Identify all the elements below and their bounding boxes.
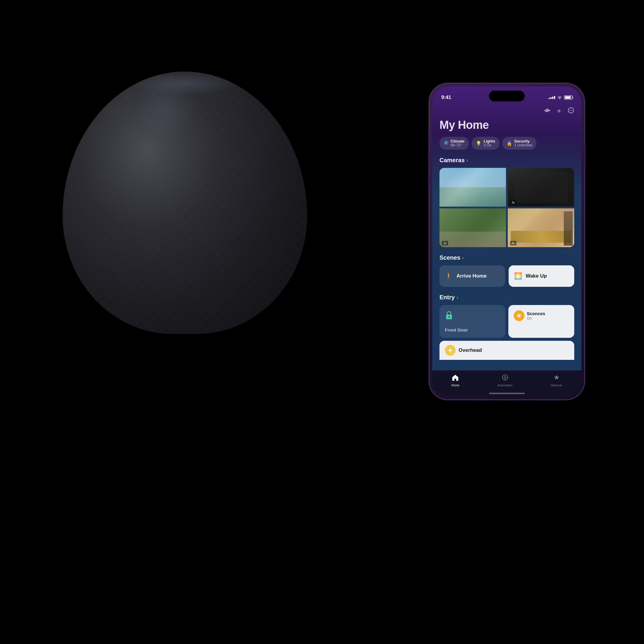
arrive-home-label: Arrive Home [456,273,487,279]
app-content: My Home [432,119,581,373]
svg-rect-0 [544,110,545,111]
discover-tab-label: Discover [551,384,562,387]
homepod [36,54,334,352]
automation-tab-label: Automation [498,384,513,387]
cameras-grid: 3s 1s 4s [439,168,574,247]
scenes-section-header[interactable]: Scenes › [439,254,574,261]
volume-down-button[interactable] [428,172,429,190]
entry-arrow: › [456,295,458,300]
climate-pill-content: Climate 68–72° [451,139,465,147]
homepod-body [63,72,307,334]
battery-fill [565,96,571,99]
climate-icon [444,140,448,146]
cam-garage-floor [514,172,567,203]
overhead-row: Overhead [439,341,574,360]
page-title: My Home [439,119,574,131]
wifi-icon [557,95,562,100]
svg-point-19 [448,316,450,318]
iphone-screen: 9:41 [432,86,581,397]
front-door-card[interactable]: Front Door [439,305,505,338]
sconces-header: Sconces On [514,310,569,321]
svg-rect-3 [548,109,549,112]
tab-automation[interactable]: Automation [498,374,513,387]
entry-section-header[interactable]: Entry › [439,294,574,301]
wake-up-button[interactable]: 🌅 Wake Up [509,265,574,287]
add-button[interactable]: + [557,107,561,115]
svg-rect-1 [546,109,547,112]
cam-ground [439,187,506,207]
climate-value: 68–72° [451,143,465,147]
svg-rect-4 [549,110,550,111]
security-icon: 🔒 [507,141,512,146]
mute-button[interactable] [428,131,429,143]
lights-icon: 💡 [476,141,482,146]
tab-home[interactable]: Home [451,374,459,387]
cam-driveway-timestamp: 1s [442,241,448,245]
svg-line-14 [445,141,445,142]
cameras-label: Cameras [439,157,465,164]
status-icons [549,95,572,100]
svg-rect-2 [547,109,548,112]
status-pills: Climate 68–72° 💡 Lights 3 On 🔒 [439,137,574,150]
overhead-label: Overhead [459,347,482,353]
svg-point-6 [569,110,570,110]
more-button[interactable] [568,107,574,115]
wake-up-label: Wake Up [526,273,547,279]
discover-tab-icon [553,374,560,383]
dynamic-island [489,91,525,101]
sconces-card[interactable]: Sconces On [508,305,574,338]
automation-tab-icon [502,374,508,383]
signal-bar-2 [550,97,552,99]
svg-point-20 [518,315,520,317]
signal-bar-4 [554,96,555,99]
camera-garage[interactable]: 3s [508,168,574,207]
svg-point-35 [504,377,506,378]
tab-discover[interactable]: Discover [551,374,562,387]
wake-up-icon: 🌅 [514,272,522,280]
svg-line-25 [517,314,518,315]
svg-line-27 [520,314,521,315]
security-pill[interactable]: 🔒 Security 1 Unlocked [502,137,536,150]
volume-up-button[interactable] [428,149,429,167]
security-value: 1 Unlocked [514,143,532,147]
homepod-glow [136,78,196,137]
camera-outdoor-1[interactable] [439,168,506,207]
arrive-home-icon: 🚶 [445,272,453,280]
scenes-row: 🚶 Arrive Home 🌅 Wake Up [439,265,574,287]
cam-living-timestamp: 4s [510,241,516,245]
voice-button[interactable] [544,108,550,114]
lights-label: Lights [484,139,495,143]
camera-living[interactable]: 4s [508,208,574,247]
iphone: 9:41 [429,83,584,400]
cam-sky [439,168,506,187]
power-button[interactable] [584,143,586,167]
cameras-section-header[interactable]: Cameras › [439,157,574,164]
cameras-arrow: › [467,158,468,163]
lights-pill[interactable]: 💡 Lights 3 On [472,137,499,150]
entry-label: Entry [439,294,455,301]
home-tab-label: Home [451,384,459,387]
signal-bars [549,96,555,99]
home-indicator [489,393,525,394]
climate-pill[interactable]: Climate 68–72° [439,137,469,150]
front-door-label: Front Door [445,327,500,332]
front-door-lock-icon [445,310,500,322]
overhead-icon [445,345,456,356]
cam-garage-timestamp: 3s [510,200,516,205]
climate-label: Climate [451,139,465,143]
sconces-text-group: Sconces On [527,311,545,321]
lights-pill-content: Lights 3 On [484,139,495,147]
camera-driveway[interactable]: 1s [439,208,506,247]
svg-line-17 [445,144,445,144]
svg-line-16 [447,141,448,142]
svg-point-29 [449,349,451,352]
arrive-home-button[interactable]: 🚶 Arrive Home [439,265,505,287]
svg-point-8 [572,110,572,110]
sconces-value: On [527,316,545,321]
svg-point-9 [445,142,447,144]
sconces-label: Sconces [527,311,545,316]
overhead-card[interactable]: Overhead [439,341,574,360]
svg-point-7 [571,110,571,110]
signal-bar-3 [552,97,553,99]
lights-value: 3 On [484,143,495,147]
